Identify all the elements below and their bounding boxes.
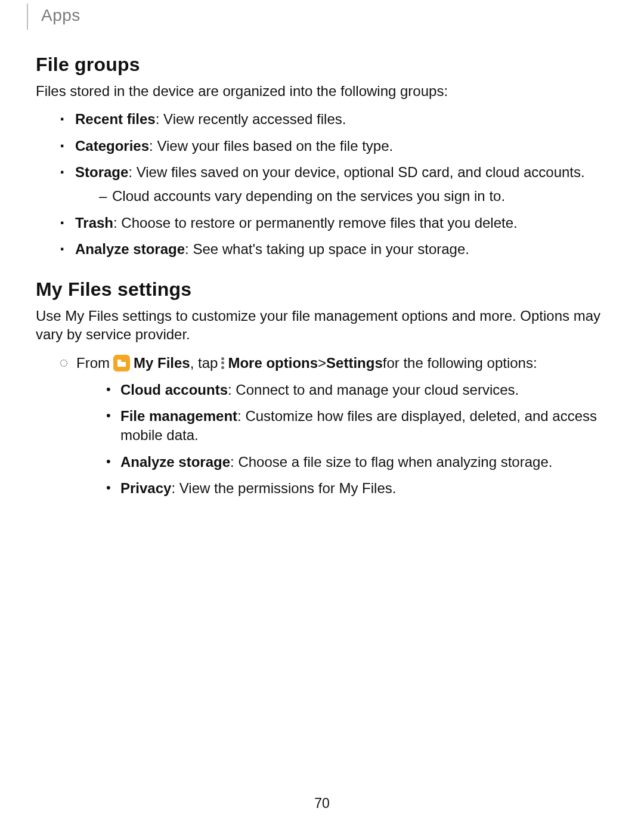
list-item: Privacy: View the permissions for My Fil… <box>106 479 608 498</box>
sub-list: Cloud accounts vary depending on the ser… <box>75 187 608 206</box>
instruction-settings: Settings <box>326 353 383 373</box>
breadcrumb: Apps <box>27 4 80 30</box>
desc: : See what's taking up space in your sto… <box>185 241 469 257</box>
file-groups-intro: Files stored in the device are organized… <box>36 82 608 100</box>
document-page: Apps File groups Files stored in the dev… <box>0 0 644 833</box>
instruction-post: for the following options: <box>383 353 537 373</box>
list-item: File management: Customize how files are… <box>106 407 608 445</box>
desc: : View files saved on your device, optio… <box>128 164 584 180</box>
instruction-sep: > <box>318 353 326 373</box>
instruction-more: More options <box>228 353 318 373</box>
desc: : View the permissions for My Files. <box>171 480 396 496</box>
list-item: Analyze storage: See what's taking up sp… <box>60 240 608 259</box>
desc: : Choose a file size to flag when analyz… <box>230 454 552 470</box>
term: Cloud accounts <box>120 382 228 398</box>
heading-my-files-settings: My Files settings <box>36 278 608 301</box>
list-item: Cloud accounts: Connect to and manage yo… <box>106 380 608 400</box>
instruction-pre: From <box>76 353 110 373</box>
list-item: Analyze storage: Choose a file size to f… <box>106 453 608 472</box>
term: Privacy <box>120 480 171 496</box>
file-groups-list: Recent files: View recently accessed fil… <box>36 110 608 259</box>
desc: : View recently accessed files. <box>156 111 346 127</box>
my-files-settings-intro: Use My Files settings to customize your … <box>36 306 608 343</box>
instruction-line: From My Files, tap More options > Settin… <box>60 353 608 373</box>
term: Analyze storage <box>75 241 185 257</box>
page-number: 70 <box>0 795 644 812</box>
term: File management <box>120 408 237 424</box>
folder-icon <box>113 355 130 371</box>
svg-point-0 <box>61 360 67 366</box>
heading-file-groups: File groups <box>36 54 608 76</box>
list-item: Storage: View files saved on your device… <box>60 163 608 206</box>
instruction-block: From My Files, tap More options > Settin… <box>36 353 608 498</box>
desc: : Choose to restore or permanently remov… <box>113 215 518 231</box>
desc: : View your files based on the file type… <box>149 138 393 154</box>
more-options-icon <box>221 357 224 369</box>
list-item: Categories: View your files based on the… <box>60 137 608 156</box>
term: Recent files <box>75 111 156 127</box>
term: Trash <box>75 215 113 231</box>
instruction-app: My Files <box>134 353 190 373</box>
settings-options-list: Cloud accounts: Connect to and manage yo… <box>60 380 608 498</box>
desc: : Connect to and manage your cloud servi… <box>228 382 519 398</box>
breadcrumb-wrap: Apps <box>36 0 608 30</box>
sub-list-item: Cloud accounts vary depending on the ser… <box>99 187 608 206</box>
term: Analyze storage <box>120 454 230 470</box>
list-item: Recent files: View recently accessed fil… <box>60 110 608 129</box>
instruction-mid1: , tap <box>190 353 218 373</box>
term: Categories <box>75 138 149 154</box>
circle-bullet-icon <box>60 359 68 367</box>
term: Storage <box>75 164 128 180</box>
list-item: Trash: Choose to restore or permanently … <box>60 213 608 233</box>
